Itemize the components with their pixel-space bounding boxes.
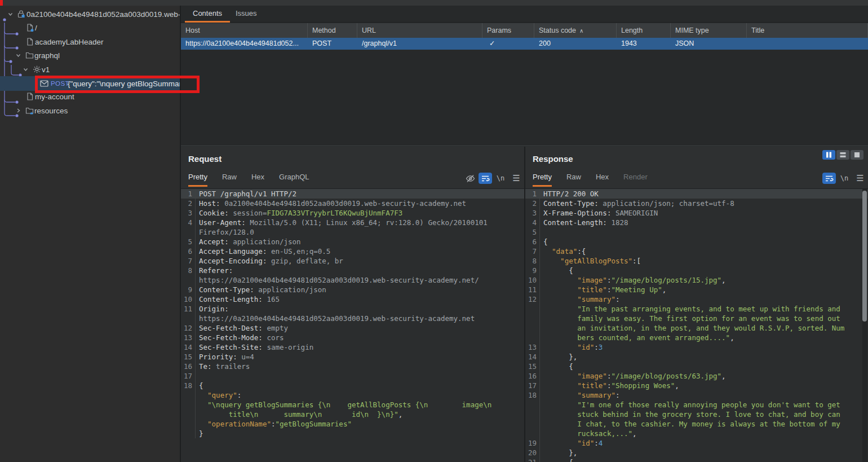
tree-item-0a2100e404b4e49481d052aa003d0019-web-[interactable]: 0a2100e404b4e49481d052aa003d0019.web- bbox=[0, 7, 180, 21]
response-editor[interactable]: 1HTTP/2 200 OK2Content-Type: application… bbox=[525, 188, 868, 462]
editor-line[interactable]: 2Content-Type: application/json; charset… bbox=[525, 199, 868, 208]
editor-line[interactable]: an invitation, in the post, and they wou… bbox=[525, 323, 868, 333]
editor-line[interactable]: 4Content-Length: 1828 bbox=[525, 218, 868, 227]
editor-line[interactable]: 11Origin: bbox=[181, 304, 524, 314]
single-layout-button[interactable] bbox=[851, 150, 863, 160]
horizontal-splitter[interactable] bbox=[181, 146, 868, 146]
editor-line[interactable]: 8 "getAllBlogPosts":[ bbox=[525, 256, 868, 266]
table-row[interactable]: https://0a2100e404b4e49481d052...POST/gr… bbox=[181, 38, 868, 50]
menu-icon[interactable]: ☰ bbox=[853, 172, 867, 184]
editor-line[interactable]: 6{ bbox=[525, 237, 868, 247]
tab-pretty[interactable]: Pretty bbox=[188, 173, 207, 187]
tab-graphql[interactable]: GraphQL bbox=[279, 173, 309, 187]
tab-raw[interactable]: Raw bbox=[566, 173, 581, 187]
newline-icon[interactable]: \n bbox=[837, 172, 852, 184]
editor-line[interactable]: 18{ bbox=[181, 381, 524, 390]
response-scrollbar-track[interactable] bbox=[862, 189, 867, 462]
editor-line[interactable]: 4User-Agent: Mozilla/5.0 (X11; Linux x86… bbox=[181, 218, 524, 227]
tree-item-my-account[interactable]: my-account bbox=[0, 90, 180, 103]
editor-line[interactable]: 18 "summary": bbox=[525, 390, 868, 400]
editor-line[interactable]: 20 }, bbox=[525, 448, 868, 457]
editor-line[interactable]: 1HTTP/2 200 OK bbox=[525, 189, 868, 199]
editor-line[interactable]: 13Sec-Fetch-Mode: cors bbox=[181, 333, 524, 342]
tab-hex[interactable]: Hex bbox=[251, 173, 264, 187]
editor-line[interactable]: 14Sec-Fetch-Site: same-origin bbox=[181, 342, 524, 352]
editor-line[interactable]: 2Host: 0a2100e404b4e49481d052aa003d0019.… bbox=[181, 199, 524, 208]
tree-item-graphql[interactable]: graphql bbox=[0, 49, 180, 62]
editor-line[interactable]: https://0a2100e404b4e49481d052aa003d0019… bbox=[181, 275, 524, 285]
editor-line[interactable]: 12 "summary": bbox=[525, 294, 868, 304]
editor-line[interactable]: 15Priority: u=4 bbox=[181, 352, 524, 362]
tab-contents[interactable]: Contents bbox=[185, 6, 230, 23]
wrap-lines-icon[interactable] bbox=[479, 173, 492, 184]
editor-line[interactable]: 12Sec-Fetch-Dest: empty bbox=[181, 323, 524, 333]
editor-line[interactable]: 6Accept-Language: en-US,en;q=0.5 bbox=[181, 247, 524, 256]
newline-icon[interactable]: \n bbox=[493, 172, 508, 184]
menu-icon[interactable]: ☰ bbox=[509, 172, 524, 184]
editor-line[interactable]: 3X-Frame-Options: SAMEORIGIN bbox=[525, 208, 868, 218]
editor-line[interactable]: stuck behind in the grocery store. I lov… bbox=[525, 410, 868, 419]
eye-off-icon[interactable] bbox=[463, 172, 477, 184]
editor-line[interactable]: bers counted, an event arranged....", bbox=[525, 333, 868, 342]
chevron-down-icon[interactable] bbox=[8, 12, 13, 17]
wrap-lines-icon[interactable] bbox=[822, 173, 836, 184]
editor-line[interactable]: "query": bbox=[181, 390, 524, 400]
editor-line[interactable]: 9Content-Type: application/json bbox=[181, 285, 524, 294]
column-header-status-code[interactable]: Status code∧ bbox=[534, 23, 617, 38]
editor-line[interactable]: family was easy. The first option for an… bbox=[525, 314, 868, 323]
column-header-host[interactable]: Host bbox=[181, 23, 308, 38]
editor-line[interactable]: 14 }, bbox=[525, 352, 868, 362]
editor-line[interactable]: 16Te: trailers bbox=[181, 362, 524, 371]
tab-pretty[interactable]: Pretty bbox=[533, 173, 552, 187]
editor-line[interactable]: "I'm one of those really annoying people… bbox=[525, 400, 868, 410]
editor-line[interactable]: 19 "id":4 bbox=[525, 438, 868, 448]
editor-line[interactable]: 16 "image":"/image/blog/posts/63.jpg", bbox=[525, 371, 868, 381]
editor-line[interactable]: 17 bbox=[181, 371, 524, 381]
column-header-url[interactable]: URL bbox=[357, 23, 482, 38]
tab-hex[interactable]: Hex bbox=[596, 173, 609, 187]
editor-line[interactable]: 7 "data":{ bbox=[525, 247, 868, 256]
editor-line[interactable]: 11 "title":"Meeting Up", bbox=[525, 285, 868, 294]
editor-line[interactable]: "operationName":"getBlogSummaries" bbox=[181, 419, 524, 429]
editor-line[interactable]: rucksack,...", bbox=[525, 429, 868, 438]
response-scrollbar-thumb[interactable] bbox=[862, 191, 867, 322]
editor-line[interactable]: 8Referer: bbox=[181, 266, 524, 275]
request-editor[interactable]: 1POST /graphql/v1 HTTP/22Host: 0a2100e40… bbox=[181, 188, 524, 462]
column-header-params[interactable]: Params bbox=[482, 23, 534, 38]
editor-line[interactable]: 1POST /graphql/v1 HTTP/2 bbox=[181, 189, 524, 199]
columns-layout-button[interactable] bbox=[822, 150, 835, 160]
editor-line[interactable]: https://0a2100e404b4e49481d052aa003d0019… bbox=[181, 314, 524, 323]
editor-line[interactable]: 3Cookie: session=FIDG7A33VTryybrLT6KQwuB… bbox=[181, 208, 524, 218]
editor-line[interactable]: } bbox=[181, 429, 524, 438]
tab-issues[interactable]: Issues bbox=[228, 6, 265, 23]
chevron-down-icon[interactable] bbox=[16, 53, 21, 58]
editor-line[interactable]: "In the past arranging events, and to me… bbox=[525, 304, 868, 314]
column-header-length[interactable]: Length bbox=[617, 23, 671, 38]
editor-line[interactable]: 13 "id":3 bbox=[525, 342, 868, 352]
tree-item-post-request[interactable]: POST{"query":"\nquery getBlogSummar bbox=[0, 76, 180, 91]
chevron-right-icon[interactable] bbox=[16, 108, 21, 113]
tree-item-resources[interactable]: resources bbox=[0, 104, 180, 117]
editor-line[interactable]: 21 { bbox=[525, 457, 868, 462]
column-header-mime-type[interactable]: MIME type bbox=[671, 23, 747, 38]
editor-line[interactable]: 15 { bbox=[525, 362, 868, 371]
tree-item-v1[interactable]: v1 bbox=[0, 63, 180, 76]
editor-line[interactable]: 5Accept: application/json bbox=[181, 237, 524, 247]
editor-line[interactable]: "\nquery getBlogSummaries {\n getAllBlog… bbox=[181, 400, 524, 410]
column-header-title[interactable]: Title bbox=[747, 23, 868, 38]
editor-line[interactable]: 10 "image":"/image/blog/posts/15.jpg", bbox=[525, 275, 868, 285]
editor-line[interactable]: 9 { bbox=[525, 266, 868, 275]
rows-layout-button[interactable] bbox=[836, 150, 849, 160]
editor-line[interactable]: 5 bbox=[525, 227, 868, 237]
editor-line[interactable]: 7Accept-Encoding: gzip, deflate, br bbox=[181, 256, 524, 266]
tab-raw[interactable]: Raw bbox=[222, 173, 237, 187]
tree-item--[interactable]: / bbox=[0, 21, 180, 34]
column-header-method[interactable]: Method bbox=[308, 23, 357, 38]
chevron-down-icon[interactable] bbox=[23, 67, 28, 72]
editor-line[interactable]: 10Content-Length: 165 bbox=[181, 294, 524, 304]
editor-line[interactable]: Firefox/128.0 bbox=[181, 227, 524, 237]
editor-line[interactable]: title\n summary\n id\n }\n}", bbox=[181, 410, 524, 419]
editor-line[interactable]: 17 "title":"Shopping Woes", bbox=[525, 381, 868, 390]
editor-line[interactable]: I chat, to the cashier. My money is alwa… bbox=[525, 419, 868, 429]
tree-item-academylabheader[interactable]: academyLabHeader bbox=[0, 35, 180, 49]
